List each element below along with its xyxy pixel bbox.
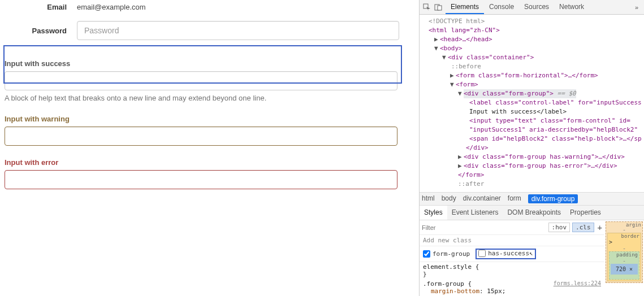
filter-input[interactable] (422, 224, 546, 231)
crumb-html[interactable]: html (422, 194, 435, 203)
tab-sources[interactable]: Sources (519, 0, 554, 14)
form-group-success: Input with success A block of help text … (5, 59, 414, 102)
tree-container[interactable]: <div class="container"> (448, 54, 534, 61)
tree-labeltext[interactable]: Input with success</label> (469, 108, 567, 115)
email-row: Email email@example.com (5, 0, 414, 18)
elements-tree[interactable]: <!DOCTYPE html> <html lang="zh-CN"> ▶<he… (420, 15, 644, 192)
success-help-text: A block of help text that breaks onto a … (5, 94, 414, 102)
crumb-container[interactable]: div.container (463, 194, 501, 203)
tree-formclose[interactable]: </form> (458, 171, 484, 179)
page-content: Email email@example.com Password Input w… (0, 0, 419, 296)
devtools-tabbar: Elements Console Sources Network » (420, 0, 644, 15)
password-label: Password (5, 27, 67, 35)
styles-body: :hov .cls + Add new class form-group has… (420, 220, 644, 296)
filter-row: :hov .cls + (420, 220, 604, 235)
tree-warning[interactable]: <div class="form-group has-warning">…</d… (464, 153, 625, 160)
crumb-body[interactable]: body (442, 194, 456, 203)
success-label: Input with success (5, 59, 414, 68)
tree-form-horizontal[interactable]: <form class="form-horizontal">…</form> (456, 72, 598, 79)
cursor-icon: ↖ (529, 250, 533, 257)
styles-tab-props[interactable]: Properties (565, 206, 606, 220)
success-input[interactable] (5, 71, 397, 90)
tab-network[interactable]: Network (554, 0, 589, 14)
breadcrumb: html body div.container form div.form-gr… (420, 192, 644, 205)
tree-formgroup-selected[interactable]: <div class="form-group"> == $0 (464, 89, 576, 98)
password-row: Password (5, 18, 414, 47)
styles-tabs: Styles Event Listeners DOM Breakpoints P… (420, 205, 644, 220)
warning-label: Input with warning (5, 115, 414, 123)
error-input[interactable] (5, 170, 397, 189)
tree-label[interactable]: <label class="control-label" for="inputS… (469, 99, 642, 106)
tree-input[interactable]: <input type="text" class="form-control" … (469, 117, 630, 124)
tree-divclose[interactable]: </div> (466, 144, 489, 151)
tree-body[interactable]: <body> (440, 45, 463, 52)
rule-source-link[interactable]: forms.less:224 (554, 280, 601, 286)
styles-tab-dom[interactable]: DOM Breakpoints (503, 206, 565, 220)
new-style-rule-icon[interactable]: + (598, 223, 602, 232)
chk-has-success[interactable]: has-success (478, 250, 529, 257)
rule-element-style[interactable]: element.style { } (420, 262, 604, 279)
tree-before[interactable]: ::before (423, 62, 644, 71)
chk-form-group-box[interactable] (423, 250, 430, 258)
tree-doctype[interactable]: <!DOCTYPE html> (423, 17, 644, 26)
class-toggle-row: form-group has-success↖ (420, 246, 604, 262)
form-group-warning: Input with warning (5, 115, 414, 146)
tree-after[interactable]: ::after (423, 180, 644, 189)
box-model-content: 720 × (611, 264, 638, 275)
password-input[interactable] (77, 21, 399, 40)
box-model: argin - >border - padding - 720 × (604, 220, 644, 296)
tree-error[interactable]: <div class="form-group has-error">…</div… (464, 162, 617, 169)
devtools-panel: Elements Console Sources Network » <!DOC… (419, 0, 644, 296)
tree-head[interactable]: <head>…</head> (440, 36, 492, 43)
form-group-error: Input with error (5, 158, 414, 189)
svg-rect-2 (438, 6, 442, 10)
device-icon[interactable] (434, 3, 442, 11)
tab-elements[interactable]: Elements (446, 0, 484, 14)
rule-form-group[interactable]: forms.less:224 .form-group { margin-bott… (420, 279, 604, 296)
crumb-form[interactable]: form (508, 194, 521, 203)
tree-input2[interactable]: "inputSuccess1" aria-describedby="helpBl… (469, 126, 638, 133)
chk-has-success-box[interactable] (478, 250, 486, 257)
tree-form[interactable]: <form> (456, 81, 478, 88)
inspect-icon[interactable] (423, 3, 431, 11)
hov-button[interactable]: :hov (548, 223, 570, 232)
add-class-input[interactable]: Add new class (420, 235, 604, 246)
styles-tab-styles[interactable]: Styles (420, 206, 447, 220)
error-label: Input with error (5, 158, 414, 167)
warning-input[interactable] (5, 127, 397, 146)
tab-console[interactable]: Console (484, 0, 519, 14)
tabs-overflow[interactable]: » (629, 4, 644, 11)
styles-tab-listeners[interactable]: Event Listeners (447, 206, 503, 220)
crumb-formgroup[interactable]: div.form-group (528, 194, 578, 203)
cls-button[interactable]: .cls (572, 223, 594, 232)
tree-span[interactable]: <span id="helpBlock2" class="help-block"… (469, 135, 642, 142)
chk-form-group[interactable]: form-group (423, 250, 470, 258)
email-value: email@example.com (77, 3, 414, 11)
email-label: Email (5, 3, 67, 11)
tree-html[interactable]: <html lang="zh-CN"> (429, 27, 500, 34)
